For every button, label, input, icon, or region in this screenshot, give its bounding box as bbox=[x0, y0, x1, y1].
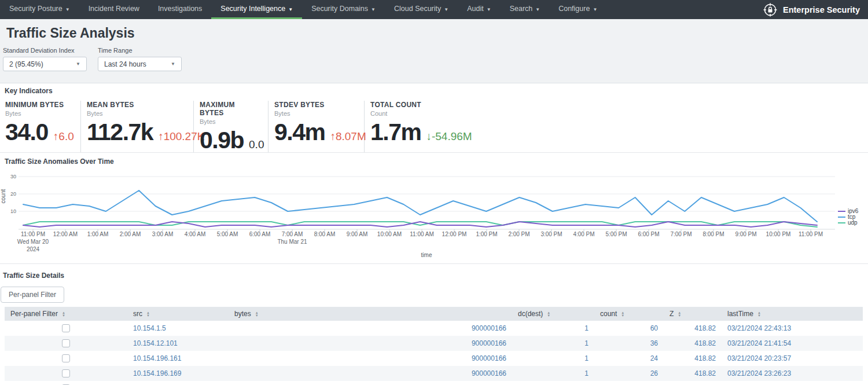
series-line-udp[interactable] bbox=[23, 222, 817, 227]
time-range-select[interactable]: Last 24 hours ▼ bbox=[98, 57, 182, 71]
nav-item-label: Search bbox=[510, 5, 533, 13]
legend-item-udp[interactable]: udp bbox=[848, 219, 858, 226]
nav-item-label: Investigations bbox=[158, 5, 202, 13]
nav-item-label: Audit bbox=[467, 5, 484, 13]
time-range-value: Last 24 hours bbox=[104, 60, 146, 68]
svg-text:9:00 AM: 9:00 AM bbox=[347, 231, 368, 237]
trend-arrow-icon: ↑ bbox=[158, 130, 164, 142]
cell-src[interactable]: 10.154.12.101 bbox=[133, 339, 178, 347]
kpi-total-count[interactable]: TOTAL COUNT Count 1.7m ↓-54.96M bbox=[365, 101, 492, 152]
brand-label: Enterprise Security bbox=[783, 5, 860, 14]
cell-count[interactable]: 60 bbox=[650, 324, 658, 332]
row-checkbox[interactable] bbox=[62, 339, 70, 347]
cell-count[interactable]: 26 bbox=[650, 369, 658, 377]
nav-item-cloud-security[interactable]: Cloud Security▼ bbox=[385, 0, 458, 19]
chevron-down-icon: ▼ bbox=[371, 7, 376, 12]
anomalies-line-chart[interactable]: 102030count11:00 PM12:00 AM1:00 AM2:00 A… bbox=[0, 168, 868, 264]
sort-icon[interactable]: ▲▼ bbox=[678, 311, 681, 317]
kpi-delta: ↑8.07M bbox=[330, 130, 366, 143]
column-header-bytes[interactable]: bytes▲▼ bbox=[229, 307, 512, 321]
cell-dc_dest[interactable]: 1 bbox=[584, 324, 589, 332]
key-indicators-title: Key Indicators bbox=[5, 87, 53, 95]
column-header-src[interactable]: src▲▼ bbox=[127, 307, 229, 321]
nav-item-audit[interactable]: Audit▼ bbox=[458, 0, 500, 19]
sort-icon[interactable]: ▲▼ bbox=[62, 311, 65, 317]
cell-src[interactable]: 10.154.196.169 bbox=[133, 369, 181, 377]
column-label: dc(dest) bbox=[518, 310, 543, 318]
kpi-sublabel: Bytes bbox=[5, 110, 72, 117]
column-header-dc-dest-[interactable]: dc(dest)▲▼ bbox=[512, 307, 594, 321]
sort-icon[interactable]: ▲▼ bbox=[621, 311, 624, 317]
cell-bytes[interactable]: 900000166 bbox=[472, 354, 506, 362]
svg-text:6:00 AM: 6:00 AM bbox=[249, 231, 271, 237]
column-label: Per-panel Filter bbox=[10, 310, 58, 318]
row-checkbox[interactable] bbox=[62, 324, 70, 332]
details-title: Traffic Size Details bbox=[3, 272, 64, 280]
anomalies-chart-panel: Traffic Size Anomalies Over Time 102030c… bbox=[0, 152, 868, 263]
cell-dc_dest[interactable]: 1 bbox=[584, 354, 589, 362]
sort-icon[interactable]: ▲▼ bbox=[255, 311, 259, 317]
cell-lastTime[interactable]: 03/21/2024 22:43:13 bbox=[727, 324, 791, 332]
cell-lastTime[interactable]: 03/21/2024 20:23:57 bbox=[727, 354, 791, 362]
svg-text:1:00 PM: 1:00 PM bbox=[476, 231, 497, 237]
kpi-delta: 0.0 bbox=[249, 138, 264, 151]
svg-text:6:00 PM: 6:00 PM bbox=[638, 231, 659, 237]
traffic-size-details-panel: Traffic Size Details Per-panel Filter Pe… bbox=[0, 263, 868, 385]
cell-bytes[interactable]: 900000166 bbox=[472, 324, 506, 332]
cell-lastTime[interactable]: 03/21/2024 23:26:23 bbox=[727, 369, 791, 377]
cell-z[interactable]: 418.82 bbox=[694, 324, 716, 332]
nav-item-security-domains[interactable]: Security Domains▼ bbox=[302, 0, 385, 19]
kpi-mean-bytes[interactable]: MEAN BYTES Bytes 112.7k ↑100.27K bbox=[81, 101, 194, 152]
stdev-index-select[interactable]: 2 (95.45%) ▼ bbox=[3, 57, 87, 71]
kpi-sublabel: Bytes bbox=[274, 110, 356, 117]
nav-item-security-intelligence[interactable]: Security Intelligence▼ bbox=[211, 0, 302, 19]
svg-text:Wed Mar 20: Wed Mar 20 bbox=[17, 239, 49, 245]
kpi-value: 34.0 bbox=[5, 120, 48, 144]
cell-z[interactable]: 418.82 bbox=[694, 369, 716, 377]
cell-dc_dest[interactable]: 1 bbox=[584, 339, 589, 347]
cell-lastTime[interactable]: 03/21/2024 21:41:54 bbox=[727, 339, 791, 347]
column-header-lasttime[interactable]: lastTime▲▼ bbox=[722, 307, 863, 321]
cell-src[interactable]: 10.154.196.161 bbox=[133, 354, 181, 362]
svg-text:8:00 PM: 8:00 PM bbox=[703, 231, 724, 237]
kpi-minimum-bytes[interactable]: MINIMUM BYTES Bytes 34.0 ↑6.0 bbox=[5, 101, 81, 152]
sort-icon[interactable]: ▲▼ bbox=[757, 311, 761, 317]
svg-text:4:00 AM: 4:00 AM bbox=[185, 231, 206, 237]
sort-icon[interactable]: ▲▼ bbox=[146, 311, 150, 317]
cell-count[interactable]: 24 bbox=[650, 354, 658, 362]
kpi-maximum-bytes[interactable]: MAXIMUM BYTES Bytes 0.9b 0.0 bbox=[194, 101, 269, 152]
cell-z[interactable]: 418.82 bbox=[694, 354, 716, 362]
cell-z[interactable]: 418.82 bbox=[694, 339, 716, 347]
column-header-per-panel-filter[interactable]: Per-panel Filter▲▼ bbox=[5, 307, 127, 321]
nav-item-label: Cloud Security bbox=[394, 5, 441, 13]
nav-item-investigations[interactable]: Investigations bbox=[149, 0, 211, 19]
kpi-stdev-bytes[interactable]: STDEV BYTES Bytes 9.4m ↑8.07M bbox=[269, 101, 365, 152]
table-row: 10.154.1.5900000166160418.8203/21/2024 2… bbox=[5, 321, 863, 336]
series-line-tcp[interactable] bbox=[23, 190, 817, 222]
cell-src[interactable]: 10.154.1.5 bbox=[133, 324, 166, 332]
cell-count[interactable]: 36 bbox=[650, 339, 658, 347]
sort-icon[interactable]: ▲▼ bbox=[547, 311, 550, 317]
kpi-row: MINIMUM BYTES Bytes 34.0 ↑6.0 MEAN BYTES… bbox=[5, 101, 492, 152]
column-label: src bbox=[133, 310, 142, 318]
stdev-index-label: Standard Deviation Index bbox=[3, 47, 87, 54]
cell-bytes[interactable]: 900000166 bbox=[472, 339, 506, 347]
kpi-value: 1.7m bbox=[370, 120, 421, 144]
per-panel-filter-button[interactable]: Per-panel Filter bbox=[1, 287, 64, 303]
row-checkbox[interactable] bbox=[62, 369, 70, 377]
kpi-label: MINIMUM BYTES bbox=[5, 101, 72, 109]
nav-item-configure[interactable]: Configure▼ bbox=[549, 0, 606, 19]
cell-bytes[interactable]: 900000166 bbox=[472, 369, 506, 377]
column-header-z[interactable]: Z▲▼ bbox=[664, 307, 722, 321]
cell-dc_dest[interactable]: 1 bbox=[584, 369, 589, 377]
table-row: 10.154.196.161900000166124418.8203/21/20… bbox=[5, 351, 863, 366]
kpi-label: STDEV BYTES bbox=[274, 101, 356, 109]
kpi-label: TOTAL COUNT bbox=[370, 101, 484, 109]
chevron-down-icon: ▼ bbox=[444, 7, 448, 12]
column-header-count[interactable]: count▲▼ bbox=[594, 307, 664, 321]
nav-item-search[interactable]: Search▼ bbox=[501, 0, 550, 19]
nav-item-incident-review[interactable]: Incident Review bbox=[79, 0, 149, 19]
kpi-sublabel: Count bbox=[370, 110, 484, 117]
row-checkbox[interactable] bbox=[62, 354, 70, 362]
nav-item-security-posture[interactable]: Security Posture▼ bbox=[0, 0, 79, 19]
